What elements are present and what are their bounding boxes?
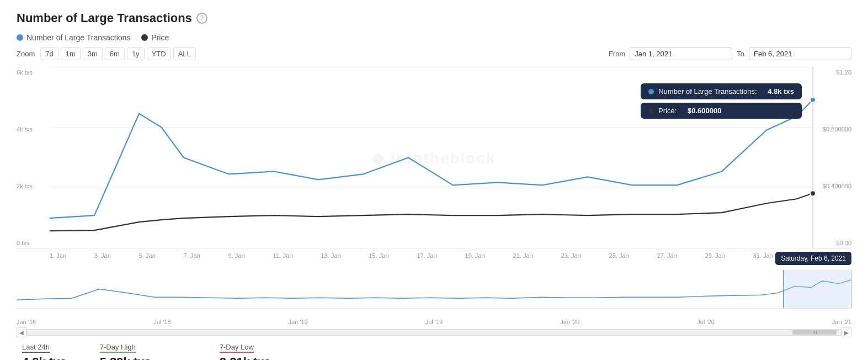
zoom-ytd[interactable]: YTD	[147, 47, 171, 60]
mini-selection-region	[784, 270, 851, 308]
mini-chart-svg	[17, 270, 851, 308]
x-label-11: 23. Jan	[561, 252, 581, 259]
zoom-all[interactable]: ALL	[173, 47, 196, 60]
x-axis: 1. Jan 3. Jan 5. Jan 7. Jan 9. Jan 11. J…	[17, 249, 851, 270]
legend-row: Number of Large Transactions Price	[17, 33, 851, 42]
zoom-controls: Zoom 7d 1m 3m 6m 1y YTD ALL	[17, 47, 196, 60]
thumb-grip-3	[816, 331, 817, 334]
y-left-label-1: 4k txs	[17, 126, 50, 133]
stat-value-0: 4.8k txs	[22, 355, 67, 360]
header-row: Number of Large Transactions ?	[17, 11, 851, 25]
y-left-label-0: 6k txs	[17, 69, 50, 76]
scroll-right-arrow[interactable]: ▶	[842, 327, 851, 337]
mini-chart-wrapper: Jan '18 Jul '18 Jan '19 Jul '19 Jan '20 …	[17, 270, 851, 342]
y-right-label-0: $1.20	[836, 69, 851, 76]
x-label-13: 27. Jan	[657, 252, 677, 259]
x-label-10: 21. Jan	[513, 252, 533, 259]
x-label-4: 9. Jan	[228, 252, 245, 259]
tooltip-price: Price: $0.600000	[641, 103, 802, 119]
mini-label-5: Jul '20	[697, 319, 714, 325]
date-tooltip: Saturday, Feb 6, 2021	[775, 252, 851, 265]
mini-chart[interactable]	[17, 270, 851, 309]
x-label-15: 31. Jan	[753, 252, 773, 259]
y-axis-right: $1.20 $0.800000 $0.400000 $0.00	[813, 67, 851, 248]
mini-label-2: Jan '19	[289, 319, 308, 325]
x-label-14: 29. Jan	[705, 252, 725, 259]
thumb-grip-2	[814, 331, 815, 334]
y-right-label-3: $0.00	[836, 240, 851, 246]
scrollbar-row: ◀ ▶	[17, 327, 851, 342]
scroll-left-arrow[interactable]: ◀	[17, 327, 26, 337]
stat-label-2: 7-Day Low	[220, 343, 254, 353]
stat-7day-low: 7-Day Low 2.21k txs Jan 31 2021	[220, 342, 309, 360]
from-date-input[interactable]	[630, 47, 732, 60]
mini-label-3: Jul '19	[425, 319, 443, 325]
tooltip-tx-label: Number of Large Transactions:	[658, 87, 757, 96]
tooltip-tx-value: 4.8k txs	[768, 87, 794, 96]
scrollbar-track[interactable]	[26, 329, 842, 336]
y-left-label-2: 2k txs	[17, 183, 50, 189]
x-label-2: 5. Jan	[139, 252, 156, 259]
stat-value-2: 2.21k txs Jan 31 2021	[220, 355, 309, 360]
grid-line-3	[50, 248, 813, 249]
mini-label-4: Jan '20	[560, 319, 579, 325]
x-label-6: 13. Jan	[321, 252, 340, 259]
thumb-grip-1	[813, 331, 813, 334]
controls-row: Zoom 7d 1m 3m 6m 1y YTD ALL From To	[17, 47, 851, 60]
mini-chart-labels: Jan '18 Jul '18 Jan '19 Jul '19 Jan '20 …	[17, 317, 851, 327]
x-label-1: 3. Jan	[94, 252, 111, 259]
to-label: To	[737, 50, 744, 58]
tooltip-transactions: Number of Large Transactions: 4.8k txs	[641, 83, 802, 99]
zoom-label: Zoom	[17, 50, 35, 58]
stat-value-1: 5.39k txs Feb 5 2021	[100, 355, 187, 360]
legend-dot-dark	[141, 34, 148, 41]
mini-label-6: Jan '21	[832, 319, 851, 325]
mini-label-1: Jul '18	[153, 319, 171, 325]
tooltip-dot-blue	[648, 89, 654, 94]
page-title: Number of Large Transactions	[17, 11, 192, 25]
zoom-1y[interactable]: 1y	[127, 47, 145, 60]
x-label-7: 15. Jan	[369, 252, 388, 259]
chart-wrapper: 6k txs 4k txs 2k txs 0 txs $1.20 $0.8000…	[17, 67, 851, 270]
legend-item-price: Price	[141, 33, 169, 42]
price-line	[50, 193, 813, 231]
x-label-5: 11. Jan	[273, 252, 292, 259]
zoom-7d[interactable]: 7d	[40, 47, 58, 60]
y-axis-left: 6k txs 4k txs 2k txs 0 txs	[17, 67, 50, 248]
y-right-label-2: $0.400000	[823, 183, 851, 189]
zoom-1m[interactable]: 1m	[61, 47, 81, 60]
tooltip-price-label: Price:	[658, 107, 677, 115]
tooltip-container: Number of Large Transactions: 4.8k txs P…	[641, 83, 802, 119]
legend-label-transactions: Number of Large Transactions	[26, 33, 130, 42]
x-label-0: 1. Jan	[50, 252, 66, 259]
legend-dot-blue	[17, 34, 23, 41]
stat-label-1: 7-Day High	[100, 343, 136, 353]
main-container: Number of Large Transactions ? Number of…	[0, 0, 868, 360]
stat-7day-high: 7-Day High 5.39k txs Feb 5 2021	[100, 342, 187, 360]
y-left-label-3: 0 txs	[17, 240, 50, 246]
from-label: From	[609, 50, 625, 58]
zoom-3m[interactable]: 3m	[83, 47, 103, 60]
y-right-label-1: $0.800000	[823, 126, 851, 133]
legend-label-price: Price	[151, 33, 169, 42]
x-label-9: 19. Jan	[465, 252, 485, 259]
stat-label-0: Last 24h	[22, 343, 50, 353]
blue-dot-end	[810, 97, 816, 103]
legend-item-transactions: Number of Large Transactions	[17, 33, 130, 42]
help-icon[interactable]: ?	[196, 13, 207, 24]
x-label-12: 25. Jan	[609, 252, 629, 259]
scrollbar-thumb[interactable]	[792, 330, 837, 335]
stat-last24h: Last 24h 4.8k txs	[22, 342, 67, 360]
tooltip-dot-dark	[648, 108, 654, 114]
zoom-6m[interactable]: 6m	[105, 47, 125, 60]
mini-label-0: Jan '18	[17, 319, 36, 325]
chart-area[interactable]: 6k txs 4k txs 2k txs 0 txs $1.20 $0.8000…	[17, 67, 851, 249]
date-range: From To	[609, 47, 851, 60]
stats-row: Last 24h 4.8k txs 7-Day High 5.39k txs F…	[17, 342, 851, 360]
dark-dot-end	[810, 190, 816, 196]
tooltip-price-value: $0.600000	[688, 107, 721, 115]
x-label-8: 17. Jan	[417, 252, 437, 259]
to-date-input[interactable]	[749, 47, 851, 60]
x-label-3: 7. Jan	[184, 252, 200, 259]
mini-line	[17, 280, 851, 300]
